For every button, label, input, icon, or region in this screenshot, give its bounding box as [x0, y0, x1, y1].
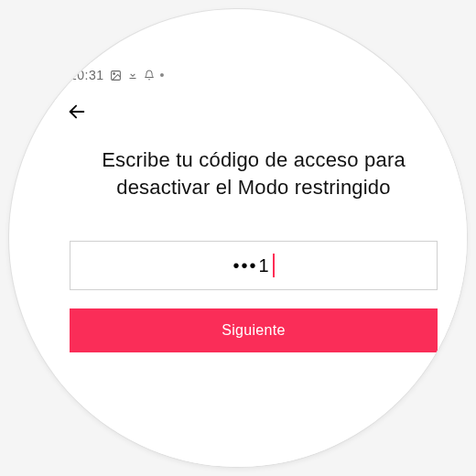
button-wrap: Siguiente: [64, 308, 443, 352]
image-icon: [110, 70, 122, 81]
arrow-left-icon: [67, 102, 87, 122]
passcode-masked: •••: [233, 255, 257, 276]
top-bar: [55, 88, 467, 128]
download-icon: [127, 70, 138, 81]
passcode-field-wrap: •••1: [64, 241, 443, 290]
passcode-visible-digit: 1: [258, 255, 271, 276]
screen: 10:31 • R: [55, 62, 467, 467]
svg-point-1: [113, 72, 114, 74]
wifi-icon: [407, 70, 421, 81]
page-title: Escribe tu código de acceso para desacti…: [64, 146, 443, 200]
more-dot-icon: •: [160, 69, 165, 81]
content: Escribe tu código de acceso para desacti…: [55, 128, 467, 352]
status-time: 10:31: [70, 68, 104, 82]
signal-icon: R: [427, 70, 439, 81]
svg-rect-5: [449, 70, 451, 71]
circular-frame: 10:31 • R: [9, 9, 467, 467]
svg-text:R: R: [427, 70, 431, 74]
next-button[interactable]: Siguiente: [70, 308, 438, 352]
back-button[interactable]: [66, 101, 88, 123]
next-button-label: Siguiente: [222, 322, 285, 339]
status-left: 10:31 •: [70, 68, 164, 82]
text-caret: [273, 254, 275, 277]
bell-icon: [144, 70, 155, 81]
battery-icon: [445, 70, 456, 81]
status-bar: 10:31 • R: [55, 62, 467, 88]
svg-rect-4: [449, 74, 451, 79]
status-right: R: [407, 70, 456, 81]
svg-rect-3: [448, 71, 452, 81]
passcode-input[interactable]: •••1: [70, 241, 438, 290]
